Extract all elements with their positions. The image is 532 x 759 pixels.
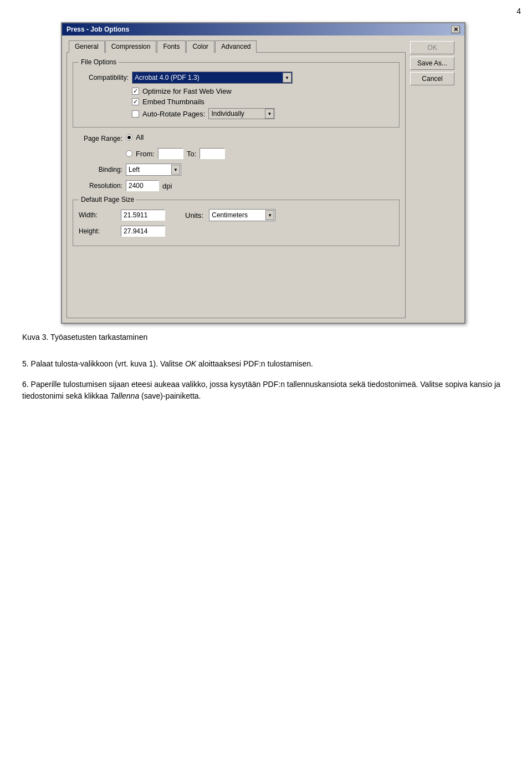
auto-rotate-row: Auto-Rotate Pages: Individually ▼ [79,108,393,119]
para-5-number: 5. [22,359,29,368]
tab-fonts[interactable]: Fonts [157,40,186,53]
units-label: Units: [185,211,203,220]
binding-row: Binding: Left ▼ [73,164,400,176]
individually-select[interactable]: Individually [208,108,275,119]
page-number: 4 [516,7,521,16]
dialog-main: General Compression Fonts Color Advanced… [66,40,406,318]
units-select-wrapper: Centimeters ▼ [209,209,275,221]
width-label: Width: [79,211,117,219]
embed-thumbnails-row: Embed Thumbnails [79,98,393,106]
cancel-button[interactable]: Cancel [410,72,454,85]
page-range-row: Page Range: All [73,133,400,144]
individually-select-wrapper: Individually ▼ [208,108,275,119]
dialog-title: Press - Job Options [66,26,129,33]
to-input[interactable] [200,148,225,159]
para-6-italic: Tallenna [110,391,139,400]
compatibility-row: Compatibility: Acrobat 4.0 (PDF 1.3) ▼ [79,72,393,84]
paragraph-6: 6. Paperille tulostumisen sijaan eteesi … [22,379,510,402]
binding-select[interactable]: Left [126,164,181,176]
resolution-label: Resolution: [73,182,122,190]
content-panel: File Options Compatibility: Acrobat 4.0 … [66,52,406,318]
dialog-titlebar: Press - Job Options ✕ [62,23,464,35]
default-page-size-label: Default Page Size [79,196,136,203]
all-label: All [136,133,144,141]
file-options-group: File Options Compatibility: Acrobat 4.0 … [73,58,400,128]
caption-text: Kuva 3. Työasetusten tarkastaminen [22,333,510,342]
auto-rotate-label: Auto-Rotate Pages: [142,110,205,118]
all-radio[interactable] [126,134,132,141]
binding-select-wrapper: Left ▼ [126,164,181,176]
height-label: Height: [79,227,117,235]
para-6-number: 6. [22,380,29,389]
height-input[interactable] [121,226,165,237]
paragraph-5: 5. Palaat tulosta-valikkoon (vrt. kuva 1… [22,358,510,370]
from-radio[interactable] [126,150,132,157]
default-page-size-group: Default Page Size Width: Units: Centimet… [73,196,400,246]
from-to-row: From: To: [73,148,400,159]
units-select[interactable]: Centimeters [209,209,275,221]
para-5-text: Palaat tulosta-valikkoon (vrt. kuva 1). … [29,359,185,368]
para-5-after: aloittaaksesi PDF:n tulostamisen. [196,359,313,368]
to-label: To: [187,150,196,158]
all-radio-row: All [126,133,144,141]
optimize-row: Optimize for Fast Web View [79,87,393,95]
from-label: From: [136,150,155,158]
resolution-row: Resolution: dpi [73,180,400,191]
height-row: Height: [79,226,393,237]
width-input[interactable] [121,210,165,221]
width-row: Width: Units: Centimeters ▼ [79,209,393,221]
para-6-after: (save)-painiketta. [139,391,201,400]
dialog-sidebar: OK Save As... Cancel [410,40,460,318]
compatibility-select[interactable]: Acrobat 4.0 (PDF 1.3) [132,72,293,84]
tab-compression[interactable]: Compression [105,40,157,53]
binding-label: Binding: [73,166,122,174]
optimize-checkbox[interactable] [132,88,139,95]
dialog-body: General Compression Fonts Color Advanced… [62,35,464,323]
tab-color[interactable]: Color [186,40,214,53]
bottom-content: Kuva 3. Työasetusten tarkastaminen 5. Pa… [22,333,510,411]
save-as-button[interactable]: Save As... [410,57,454,70]
embed-thumbnails-label: Embed Thumbnails [142,98,204,106]
tab-advanced[interactable]: Advanced [215,40,257,53]
tab-general[interactable]: General [69,40,105,53]
file-options-label: File Options [79,58,119,66]
auto-rotate-checkbox[interactable] [132,110,139,118]
dialog-window: Press - Job Options ✕ General Compressio… [61,22,466,324]
para-6-text: Paperille tulostumisen sijaan eteesi auk… [22,380,500,400]
page-range-label: Page Range: [73,135,122,142]
compatibility-select-wrapper: Acrobat 4.0 (PDF 1.3) ▼ [132,72,293,84]
compatibility-label: Compatibility: [79,74,129,81]
tabs-row: General Compression Fonts Color Advanced [66,40,406,52]
from-input[interactable] [158,148,183,159]
resolution-input[interactable] [126,180,159,191]
ok-button[interactable]: OK [410,41,454,54]
close-button[interactable]: ✕ [451,26,460,33]
para-5-italic: OK [185,359,196,368]
resolution-unit: dpi [162,182,172,190]
embed-thumbnails-checkbox[interactable] [132,98,139,105]
optimize-label: Optimize for Fast Web View [142,87,232,95]
